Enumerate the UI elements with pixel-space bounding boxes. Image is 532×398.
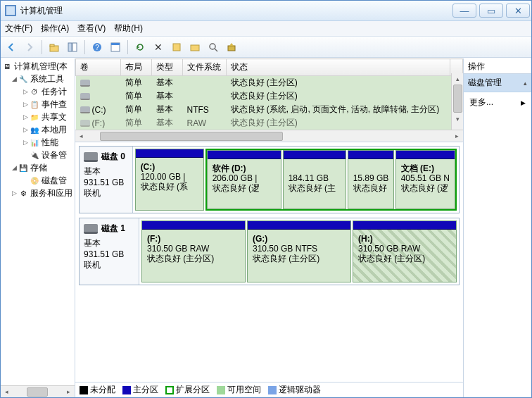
scroll-up-icon[interactable]: ▴ [452, 73, 464, 84]
svg-text:?: ? [95, 44, 99, 51]
table-row[interactable]: (C:)简单基本NTFS状态良好 (系统, 启动, 页面文件, 活动, 故障转储… [76, 103, 463, 116]
tree-local-users[interactable]: ▷👥本地用 [1, 123, 75, 136]
services-icon: ⚙ [18, 188, 28, 198]
tree-disk-management[interactable]: 📀磁盘管 [1, 174, 75, 187]
back-button[interactable] [4, 39, 19, 55]
partition-unnamed-2[interactable]: 15.89 GB状态良好 [348, 150, 394, 209]
tree-root[interactable]: 🖥计算机管理(本 [1, 60, 75, 73]
svg-rect-2 [68, 43, 72, 51]
settings-button[interactable] [169, 39, 184, 55]
forward-button[interactable] [22, 39, 37, 55]
show-hide-button[interactable] [65, 39, 80, 55]
disk-icon [84, 224, 98, 234]
actions-pane: 操作 磁盘管理▴ 更多...▶ [464, 58, 531, 397]
legend-logical: 逻辑驱动器 [268, 384, 321, 396]
tree-storage[interactable]: ◢💾存储 [1, 161, 75, 174]
tree-shared-folders[interactable]: ▷📁共享文 [1, 111, 75, 123]
action-button-2[interactable] [224, 39, 239, 55]
expand-icon[interactable]: ▷ [22, 113, 29, 120]
collapse-icon: ▴ [524, 80, 527, 87]
event-icon: 📋 [30, 99, 39, 109]
help-button[interactable]: ? [89, 39, 105, 55]
volumes-panel: 卷 布局 类型 文件系统 状态 简单基本状态良好 (主分区) 简单基本状态良好 … [75, 58, 463, 142]
disk-graphical-view: 磁盘 0 基本 931.51 GB 联机 (C:)120.00 GB |状态良好… [75, 142, 463, 382]
up-button[interactable] [46, 39, 62, 55]
action-button-1[interactable] [187, 39, 203, 55]
partition-d[interactable]: 软件 (D:)206.00 GB |状态良好 (逻 [207, 150, 281, 209]
content-area: 🖥计算机管理(本 ◢🔧系统工具 ▷⏱任务计 ▷📋事件查 ▷📁共享文 ▷👥本地用 … [1, 58, 531, 397]
expand-icon[interactable]: ▷ [22, 139, 29, 146]
expand-icon[interactable]: ▷ [22, 101, 29, 108]
svg-rect-3 [72, 43, 77, 51]
menu-file[interactable]: 文件(F) [5, 23, 32, 35]
collapse-icon[interactable]: ◢ [11, 75, 18, 82]
scroll-left-icon[interactable]: ◂ [75, 131, 87, 142]
scroll-thumb[interactable] [453, 85, 462, 113]
tree-performance[interactable]: ▷📊性能 [1, 136, 75, 149]
partition-g[interactable]: (G:)310.50 GB NTFS状态良好 (主分区) [247, 220, 351, 282]
scroll-right-icon[interactable]: ▸ [451, 131, 463, 142]
scroll-thumb[interactable] [27, 387, 48, 397]
collapse-icon[interactable]: ◢ [11, 164, 18, 171]
search-icon[interactable] [205, 39, 221, 55]
app-window: 计算机管理 — ▭ ✕ 文件(F) 操作(A) 查看(V) 帮助(H) ? ✕ … [0, 0, 532, 398]
volume-icon [80, 106, 90, 113]
tree-system-tools[interactable]: ◢🔧系统工具 [1, 73, 75, 85]
legend-unallocated: 未分配 [80, 384, 115, 396]
col-type[interactable]: 类型 [152, 59, 183, 76]
expand-icon[interactable]: ▷ [22, 88, 29, 95]
scroll-right-icon[interactable]: ▸ [63, 387, 75, 397]
actions-category[interactable]: 磁盘管理▴ [464, 74, 531, 92]
tree-task-scheduler[interactable]: ▷⏱任务计 [1, 85, 75, 98]
tree-event-viewer[interactable]: ▷📋事件查 [1, 98, 75, 111]
titlebar[interactable]: 计算机管理 — ▭ ✕ [1, 1, 531, 21]
col-filesystem[interactable]: 文件系统 [183, 59, 227, 76]
expand-icon[interactable]: ▷ [11, 189, 18, 197]
disk-1-header[interactable]: 磁盘 1 基本 931.51 GB 联机 [80, 218, 139, 285]
partition-c[interactable]: (C:)120.00 GB |状态良好 (系 [135, 149, 204, 211]
tree-device-manager[interactable]: 🔌设备管 [1, 149, 75, 161]
disk-1-map[interactable]: 磁盘 1 基本 931.51 GB 联机 (F:)310.50 GB RAW状态… [79, 218, 460, 285]
nav-tree[interactable]: 🖥计算机管理(本 ◢🔧系统工具 ▷⏱任务计 ▷📋事件查 ▷📁共享文 ▷👥本地用 … [1, 58, 75, 397]
expand-icon[interactable]: ▷ [22, 126, 29, 133]
volumes-horizontal-scrollbar[interactable]: ◂ ▸ [75, 130, 463, 142]
tree-horizontal-scrollbar[interactable]: ◂ ▸ [1, 385, 75, 397]
disk-0-header[interactable]: 磁盘 0 基本 931.51 GB 联机 [80, 147, 133, 213]
svg-rect-8 [173, 44, 180, 51]
table-row[interactable]: 简单基本状态良好 (主分区) [76, 89, 463, 103]
legend: 未分配 主分区 扩展分区 可用空间 逻辑驱动器 [75, 382, 463, 397]
tree-services[interactable]: ▷⚙服务和应用 [1, 187, 75, 199]
close-button[interactable]: ✕ [506, 4, 530, 18]
disk-0-map[interactable]: 磁盘 0 基本 931.51 GB 联机 (C:)120.00 GB |状态良好… [79, 146, 460, 213]
partition-e[interactable]: 文档 (E:)405.51 GB N状态良好 (逻 [395, 150, 455, 209]
scroll-left-icon[interactable]: ◂ [1, 387, 13, 397]
col-status[interactable]: 状态 [227, 59, 450, 76]
scroll-down-icon[interactable]: ▾ [452, 113, 464, 124]
scroll-thumb[interactable] [100, 132, 283, 141]
col-volume[interactable]: 卷 [76, 59, 121, 76]
table-row[interactable]: 简单基本状态良好 (主分区) [76, 76, 463, 90]
col-layout[interactable]: 布局 [121, 59, 152, 76]
menubar: 文件(F) 操作(A) 查看(V) 帮助(H) [1, 21, 531, 37]
volumes-vertical-scrollbar[interactable]: ▴ ▾ [451, 73, 463, 130]
svg-point-10 [210, 44, 215, 49]
volumes-table[interactable]: 卷 布局 类型 文件系统 状态 简单基本状态良好 (主分区) 简单基本状态良好 … [75, 58, 463, 130]
svg-line-11 [215, 49, 217, 51]
chevron-right-icon: ▶ [521, 99, 526, 106]
disk-icon: 📀 [30, 175, 39, 185]
partition-unnamed-1[interactable]: 184.11 GB状态良好 (主 [283, 150, 346, 209]
delete-icon[interactable]: ✕ [151, 39, 166, 55]
menu-action[interactable]: 操作(A) [41, 23, 69, 35]
partition-f[interactable]: (F:)310.50 GB RAW状态良好 (主分区) [141, 220, 246, 282]
maximize-button[interactable]: ▭ [479, 4, 503, 18]
separator [127, 40, 128, 54]
table-row[interactable]: (F:)简单基本RAW状态良好 (主分区) [76, 116, 463, 130]
menu-help[interactable]: 帮助(H) [114, 23, 143, 35]
properties-button[interactable] [108, 39, 123, 55]
separator [84, 40, 85, 54]
actions-more[interactable]: 更多...▶ [464, 92, 531, 113]
minimize-button[interactable]: — [452, 4, 476, 18]
refresh-button[interactable] [132, 39, 148, 55]
menu-view[interactable]: 查看(V) [77, 23, 106, 35]
partition-h[interactable]: (H:)310.50 GB RAW状态良好 (主分区) [353, 220, 457, 282]
